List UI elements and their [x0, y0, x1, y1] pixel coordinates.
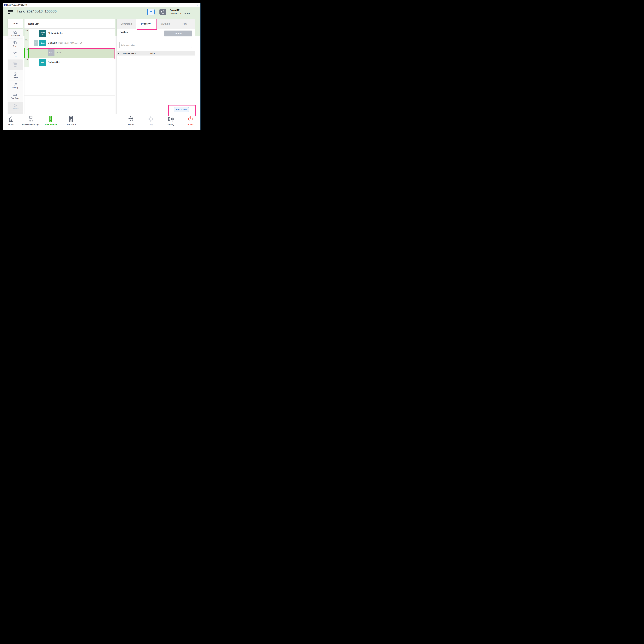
task-list-title: Task List — [28, 22, 39, 25]
right-panel-tabs: Command Property Variable Play — [117, 19, 195, 29]
nav-jog: Jog — [141, 116, 160, 126]
tool-suppress: Suppress — [8, 102, 23, 112]
section-title: Define — [120, 31, 128, 34]
tool-label: Delete — [13, 76, 18, 78]
app-window: D DART-Platform GV02110200 – ✕ Task_2024… — [3, 3, 201, 130]
hand-icon — [161, 10, 165, 14]
multi-select-icon — [13, 31, 17, 34]
row-number: 001 — [25, 39, 28, 41]
suppress-icon — [13, 104, 17, 107]
titlebar: D DART-Platform GV02110200 – ✕ — [3, 3, 200, 7]
tab-play[interactable]: Play — [175, 19, 195, 29]
workcell-manager-icon — [28, 116, 34, 122]
expand-collapse-button[interactable] — [34, 40, 38, 46]
header-divider — [157, 9, 157, 15]
maximize-icon — [189, 4, 191, 6]
row-number: 000 — [25, 29, 28, 31]
confirm-button[interactable]: Confirm — [164, 31, 192, 36]
task-row-define-selected[interactable]: Define Define — [29, 48, 115, 58]
gear-icon — [168, 116, 174, 122]
row-number-gutter: 000 001 002 003 — [24, 29, 29, 67]
minimize-button[interactable]: – — [181, 4, 184, 6]
tool-row-down[interactable]: Row Down — [8, 91, 23, 101]
row-number: 003 — [25, 58, 28, 60]
col-index: # — [118, 52, 123, 54]
tool-label: Row Down — [11, 97, 19, 99]
nav-label: Setting — [167, 123, 174, 126]
task-row-endmainsub[interactable]: End EndMainSub — [29, 58, 115, 67]
task-builder-icon — [48, 116, 54, 122]
tool-delete[interactable]: Delete — [8, 70, 23, 80]
copy-icon — [13, 41, 17, 45]
bottom-nav: Home Workcell Manager — [3, 114, 200, 130]
menu-button[interactable] — [8, 10, 13, 14]
tool-multi-select[interactable]: Multi-Select — [8, 29, 23, 39]
tab-command[interactable]: Command — [117, 19, 136, 29]
nav-task-builder[interactable]: Task Builder — [41, 116, 61, 126]
task-list-panel: Task List 000 001 002 003 GlobalVar. Glo… — [24, 19, 115, 114]
status-icon — [128, 116, 134, 122]
edit-and-add-button[interactable]: Edit & Add — [174, 107, 189, 112]
task-row-label: EndMainSub — [48, 61, 60, 63]
servo-status: Servo Off — [170, 9, 180, 11]
maximize-button[interactable] — [189, 4, 191, 6]
start-badge: Start — [39, 40, 46, 46]
nav-label: Status — [128, 123, 134, 126]
home-icon — [8, 116, 14, 122]
annotation-input[interactable] — [119, 42, 192, 48]
window-title: DART-Platform GV02110200 — [7, 4, 27, 6]
tool-copy[interactable]: Copy — [8, 39, 23, 49]
tool-label: Row Up — [12, 87, 18, 89]
tab-variable[interactable]: Variable — [156, 19, 175, 29]
nav-status[interactable]: Status — [121, 116, 141, 126]
trash-icon — [13, 72, 17, 76]
servo-datetime: 2024.05.13 4:12:34 PM — [170, 12, 190, 14]
hand-guide-button[interactable] — [159, 9, 166, 15]
divider — [117, 104, 195, 104]
tree-line-horizontal — [36, 53, 41, 53]
row-down-icon — [13, 93, 17, 97]
nav-workcell-manager[interactable]: Workcell Manager — [21, 116, 41, 126]
tool-label: Paste — [13, 66, 18, 68]
close-button[interactable]: ✕ — [196, 4, 199, 6]
task-row-mainsub[interactable]: Start MainSub ( Task Vel. 250.000, Acc. … — [29, 38, 115, 48]
task-row-label: MainSub ( Task Vel. 250.000, Acc. 1,0⋯ ) — [48, 42, 85, 44]
row-up-icon — [13, 83, 17, 86]
tab-property[interactable]: Property — [136, 19, 156, 29]
tool-paste: Paste — [8, 60, 23, 70]
task-writer-icon — [68, 116, 74, 122]
col-value: Value — [150, 52, 155, 54]
tool-label: Suppress — [11, 108, 19, 110]
power-icon — [188, 116, 194, 122]
variable-table-header: # Variable Name Value — [117, 51, 195, 56]
property-panel: Command Property Variable Play Define Co… — [117, 19, 195, 114]
nav-label: Power — [188, 123, 194, 126]
tool-label: Cut — [14, 55, 16, 57]
nav-label: Home — [8, 123, 14, 126]
nav-label: Workcell Manager — [22, 123, 40, 126]
app-logo-icon: D — [4, 4, 7, 6]
task-row-label: GlobalVariables — [48, 32, 63, 35]
task-row-global-variables[interactable]: GlobalVar. GlobalVariables — [29, 29, 115, 38]
paste-icon — [13, 62, 17, 65]
tool-label: Copy — [13, 45, 17, 47]
tool-partial-tile — [8, 112, 23, 114]
gripper-icon — [149, 10, 153, 14]
col-variable-name: Variable Name — [123, 52, 150, 54]
tool-row-up[interactable]: Row Up — [8, 81, 23, 91]
page-title: Task_20240513_160036 — [17, 9, 57, 13]
tool-label: Multi-Select — [11, 35, 20, 36]
jog-icon — [148, 116, 154, 122]
tools-panel-title: Tools — [8, 19, 23, 28]
nav-power[interactable]: Power — [181, 116, 200, 126]
tool-cut[interactable]: Cut — [8, 49, 23, 59]
robot-gripper-button[interactable] — [147, 9, 155, 15]
nav-home[interactable]: Home — [3, 116, 21, 126]
global-var-badge: GlobalVar. — [39, 30, 46, 37]
nav-task-writer[interactable]: Task Writer — [61, 116, 81, 126]
nav-setting[interactable]: Setting — [161, 116, 180, 126]
task-list-header: Task List — [24, 19, 115, 29]
chevron-down-icon — [35, 42, 37, 44]
nav-label: Task Writer — [65, 123, 77, 126]
cut-icon — [13, 52, 17, 55]
